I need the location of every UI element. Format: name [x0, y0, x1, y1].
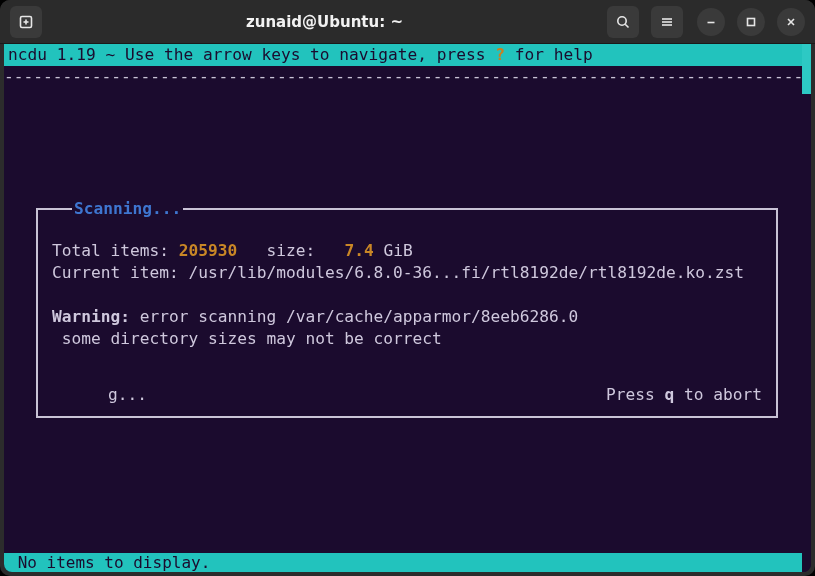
current-item-path: /usr/lib/modules/6.8.0-36...fi/rtl8192de…	[188, 263, 744, 282]
scrollbar-thumb[interactable]	[802, 44, 811, 94]
menu-button[interactable]	[651, 6, 683, 38]
header-text-right: for help	[505, 45, 593, 64]
ncdu-footer-bar: No items to display.	[4, 553, 802, 572]
header-text-left: ncdu 1.19 ~ Use the arrow keys to naviga…	[8, 45, 495, 64]
size-label: size:	[237, 241, 344, 260]
size-value: 7.4	[344, 241, 373, 260]
warning-label: Warning:	[52, 307, 130, 326]
graph-hint: g...	[108, 384, 147, 406]
main-area: Scanning... Total items: 205930 size: 7.…	[4, 88, 802, 528]
current-item-row: Current item: /usr/lib/modules/6.8.0-36.…	[52, 262, 762, 284]
window-title: zunaid@Ubuntu: ~	[246, 13, 403, 31]
close-button[interactable]	[777, 8, 805, 36]
total-items-label: Total items:	[52, 241, 179, 260]
scanning-dialog: Scanning... Total items: 205930 size: 7.…	[36, 208, 778, 418]
total-items-row: Total items: 205930 size: 7.4 GiB	[52, 240, 762, 262]
help-key-hint: ?	[495, 45, 505, 64]
size-unit: GiB	[374, 241, 413, 260]
terminal-scrollbar[interactable]	[802, 44, 811, 572]
titlebar: zunaid@Ubuntu: ~	[0, 0, 815, 44]
maximize-button[interactable]	[737, 8, 765, 36]
minimize-button[interactable]	[697, 8, 725, 36]
search-button[interactable]	[607, 6, 639, 38]
warning-note: some directory sizes may not be correct	[52, 328, 762, 350]
terminal-window: zunaid@Ubuntu: ~ ncdu 1.19 ~ Use the ar	[0, 0, 815, 576]
svg-rect-9	[748, 18, 755, 25]
dialog-bottom-row: g... Press q to abort	[52, 384, 762, 406]
footer-text: No items to display.	[8, 553, 210, 572]
terminal-viewport[interactable]: ncdu 1.19 ~ Use the arrow keys to naviga…	[4, 44, 811, 572]
svg-line-4	[625, 24, 628, 27]
ncdu-header-bar: ncdu 1.19 ~ Use the arrow keys to naviga…	[4, 44, 802, 66]
abort-key: q	[665, 385, 675, 404]
current-item-label: Current item:	[52, 263, 188, 282]
svg-point-3	[618, 16, 626, 24]
new-tab-button[interactable]	[10, 6, 42, 38]
total-items-value: 205930	[179, 241, 237, 260]
warning-row: Warning: error scanning /var/cache/appar…	[52, 306, 762, 328]
warning-text: error scanning /var/cache/apparmor/8eeb6…	[130, 307, 578, 326]
separator-dashes: ----------------------------------------…	[4, 66, 802, 88]
abort-hint: Press q to abort	[606, 384, 762, 406]
terminal-content: ncdu 1.19 ~ Use the arrow keys to naviga…	[4, 44, 802, 572]
dialog-title: Scanning...	[72, 198, 183, 220]
